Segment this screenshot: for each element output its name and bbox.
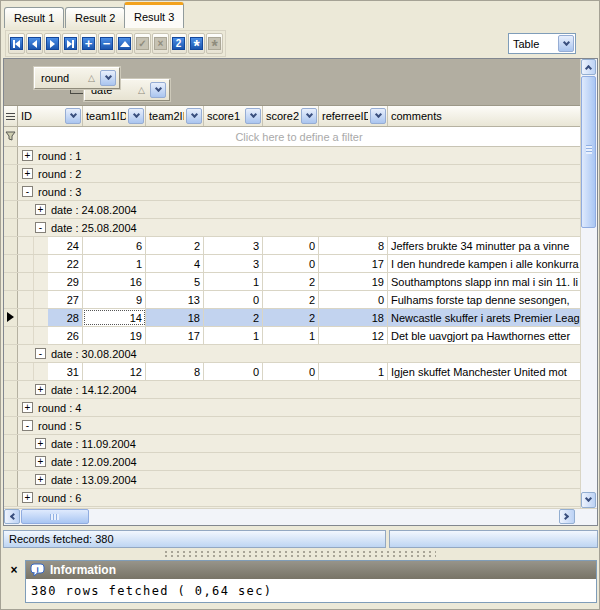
horizontal-scrollbar[interactable] [4, 508, 597, 525]
delete-record-button[interactable]: − [98, 33, 115, 54]
cell[interactable]: 0 [204, 363, 263, 380]
cell[interactable]: 8 [146, 363, 204, 380]
close-information-button[interactable]: × [7, 563, 21, 577]
column-header-team1id[interactable]: team1ID [83, 106, 146, 126]
cell[interactable]: 5 [146, 273, 204, 290]
tab-result-3[interactable]: Result 3 [124, 2, 184, 28]
group-row[interactable]: -date : 30.08.2004 [4, 345, 580, 363]
cell[interactable]: 2 [204, 309, 263, 326]
filter-row[interactable]: Click here to define a filter [4, 127, 580, 147]
cell[interactable]: 17 [146, 327, 204, 344]
group-row[interactable]: -round : 5 [4, 417, 580, 435]
group-field-round[interactable]: round △ [34, 67, 120, 89]
cell[interactable]: Southamptons slapp inn mal i sin 11. li [388, 273, 580, 290]
expand-toggle-icon[interactable]: + [22, 402, 33, 413]
cell[interactable]: 2 [263, 273, 319, 290]
cell[interactable]: 13 [146, 291, 204, 308]
expand-toggle-icon[interactable]: + [22, 150, 33, 161]
expand-toggle-icon[interactable]: + [22, 168, 33, 179]
cell[interactable]: Det ble uavgjort pa Hawthornes etter [388, 327, 580, 344]
data-row[interactable]: 22143017I den hundrede kampen i alle kon… [4, 255, 580, 273]
cell[interactable]: 1 [83, 255, 146, 272]
edit-record-button[interactable] [116, 33, 133, 54]
expand-toggle-icon[interactable]: + [35, 438, 46, 449]
cell[interactable]: 14 [83, 309, 146, 326]
cell[interactable]: 18 [146, 309, 204, 326]
grid-corner-cell[interactable] [4, 106, 18, 126]
expand-toggle-icon[interactable]: + [35, 456, 46, 467]
group-row[interactable]: +round : 4 [4, 399, 580, 417]
cell[interactable]: 4 [146, 255, 204, 272]
cell[interactable]: 2 [263, 291, 319, 308]
column-filter-dropdown-icon[interactable] [186, 108, 202, 124]
cell[interactable]: 26 [48, 327, 83, 344]
tab-result-1[interactable]: Result 1 [4, 7, 64, 28]
column-filter-dropdown-icon[interactable] [65, 108, 81, 124]
column-header-comments[interactable]: comments [388, 106, 580, 126]
group-row[interactable]: +date : 12.09.2004 [4, 453, 580, 471]
last-record-button[interactable] [62, 33, 79, 54]
cell[interactable]: 17 [319, 255, 388, 272]
cell[interactable]: 22 [48, 255, 83, 272]
data-row[interactable]: 31128001Igjen skuffet Manchester United … [4, 363, 580, 381]
define-filter-prompt[interactable]: Click here to define a filter [18, 127, 580, 146]
group-row[interactable]: +round : 6 [4, 489, 580, 507]
insert-record-button[interactable]: + [80, 33, 97, 54]
cell[interactable]: I den hundrede kampen i alle konkurra [388, 255, 580, 272]
group-row[interactable]: -date : 25.08.2004 [4, 219, 580, 237]
column-header-score2[interactable]: score2 [263, 106, 319, 126]
fetch-all-button[interactable]: * [188, 33, 205, 54]
cell[interactable]: 2 [263, 309, 319, 326]
cell[interactable]: 28 [48, 309, 83, 326]
collapse-toggle-icon[interactable]: - [35, 348, 46, 359]
group-row[interactable]: +date : 14.12.2004 [4, 381, 580, 399]
cell[interactable]: 29 [48, 273, 83, 290]
cell[interactable]: 27 [48, 291, 83, 308]
next-record-button[interactable] [44, 33, 61, 54]
column-filter-dropdown-icon[interactable] [301, 108, 317, 124]
collapse-toggle-icon[interactable]: - [22, 420, 33, 431]
cell[interactable]: 19 [319, 273, 388, 290]
cell[interactable]: 12 [319, 327, 388, 344]
horizontal-scroll-thumb[interactable] [21, 509, 89, 524]
cell[interactable]: 2 [146, 237, 204, 254]
data-row[interactable]: 27913020Fulhams forste tap denne sesonge… [4, 291, 580, 309]
cell[interactable]: 18 [319, 309, 388, 326]
cell[interactable]: 24 [48, 237, 83, 254]
group-row[interactable]: +date : 24.08.2004 [4, 201, 580, 219]
group-field-dropdown-icon[interactable] [150, 82, 166, 98]
tab-result-2[interactable]: Result 2 [65, 7, 125, 28]
cell[interactable]: 16 [83, 273, 146, 290]
column-header-id[interactable]: ID [18, 106, 83, 126]
column-header-team2id[interactable]: team2ID [146, 106, 204, 126]
collapse-toggle-icon[interactable]: - [35, 222, 46, 233]
cell[interactable]: 9 [83, 291, 146, 308]
cell[interactable]: 1 [319, 363, 388, 380]
cell[interactable]: 0 [263, 255, 319, 272]
panel-splitter[interactable] [1, 550, 599, 559]
cell[interactable]: 19 [83, 327, 146, 344]
cell[interactable]: 3 [204, 255, 263, 272]
scroll-right-button[interactable] [559, 509, 575, 524]
cell[interactable]: 1 [204, 327, 263, 344]
cell[interactable]: Igjen skuffet Manchester United mot [388, 363, 580, 380]
group-row[interactable]: +date : 13.09.2004 [4, 471, 580, 489]
cell[interactable]: 0 [319, 291, 388, 308]
column-filter-dropdown-icon[interactable] [245, 108, 261, 124]
refresh-records-button[interactable]: 2 [170, 33, 187, 54]
scroll-up-button[interactable] [581, 59, 596, 75]
data-row[interactable]: 2619171112Det ble uavgjort pa Hawthornes… [4, 327, 580, 345]
cell[interactable]: 0 [204, 291, 263, 308]
cell[interactable]: 1 [204, 273, 263, 290]
collapse-toggle-icon[interactable]: - [22, 186, 33, 197]
cell[interactable]: 31 [48, 363, 83, 380]
view-mode-select[interactable]: Table [508, 33, 576, 54]
vertical-scrollbar[interactable] [580, 59, 597, 508]
column-header-referreeid[interactable]: referreeID [319, 106, 388, 126]
column-filter-dropdown-icon[interactable] [370, 108, 386, 124]
cell[interactable]: 3 [204, 237, 263, 254]
data-row[interactable]: 2462308Jeffers brukte 34 minutter pa a v… [4, 237, 580, 255]
cell[interactable]: 1 [263, 327, 319, 344]
vertical-scroll-thumb[interactable] [581, 76, 596, 228]
column-header-score1[interactable]: score1 [204, 106, 263, 126]
